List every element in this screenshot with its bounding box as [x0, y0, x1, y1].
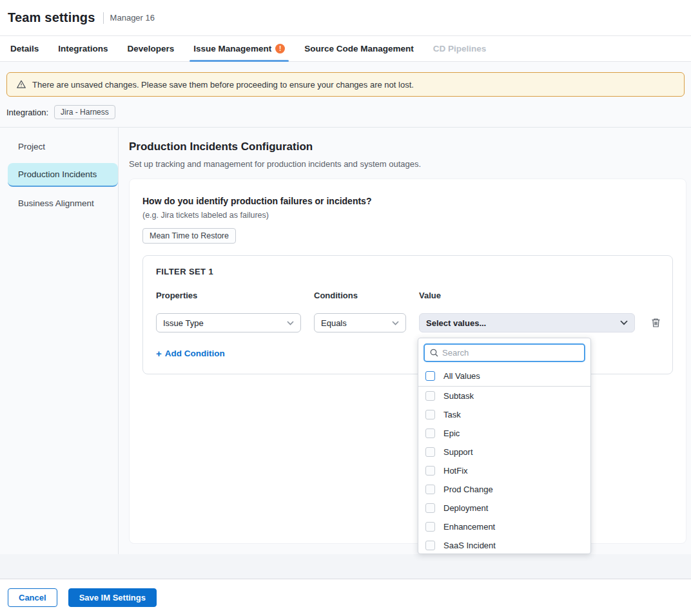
value-select[interactable]: Select values... — [419, 313, 635, 332]
content-panel: Production Incidents Configuration Set u… — [119, 128, 691, 554]
cancel-button[interactable]: Cancel — [8, 588, 57, 607]
integration-chip[interactable]: Jira - Harness — [54, 105, 115, 119]
checkbox-icon[interactable] — [425, 447, 435, 457]
content-title: Production Incidents Configuration — [129, 140, 686, 153]
add-condition-button[interactable]: + Add Condition — [156, 348, 225, 359]
column-label-conditions: Conditions — [314, 291, 406, 300]
identify-question: How do you identify production failures … — [142, 196, 673, 206]
integration-label: Integration: — [6, 108, 48, 117]
metric-chip[interactable]: Mean Time to Restore — [142, 228, 236, 244]
tab-integrations[interactable]: Integrations — [58, 36, 108, 61]
identify-hint: (e.g. Jira tickets labeled as failures) — [142, 211, 673, 220]
option-subtask[interactable]: Subtask — [418, 387, 590, 405]
page-subtitle: Manager 16 — [110, 13, 155, 23]
option-enhancement[interactable]: Enhancement — [418, 517, 590, 536]
checkbox-icon[interactable] — [425, 410, 435, 419]
checkbox-icon[interactable] — [425, 428, 435, 438]
option-epic[interactable]: Epic — [418, 424, 590, 443]
condition-select[interactable]: Equals — [314, 313, 406, 332]
banner-text: There are unsaved changes. Please save t… — [32, 80, 414, 90]
option-all-values[interactable]: All Values — [418, 367, 590, 387]
dropdown-search — [423, 343, 585, 362]
trash-icon — [651, 318, 661, 328]
tab-details[interactable]: Details — [10, 36, 39, 61]
value-dropdown-popup: All Values Subtask Task — [418, 338, 591, 554]
checkbox-icon[interactable] — [425, 466, 435, 476]
option-task[interactable]: Task — [418, 405, 590, 424]
content-description: Set up tracking and management for produ… — [129, 159, 686, 169]
filter-grid: Properties Conditions Value Issue Type E… — [156, 291, 659, 332]
chevron-down-icon — [620, 320, 628, 325]
option-prod-change[interactable]: Prod Change — [418, 480, 590, 499]
bottom-spacer — [0, 554, 691, 579]
column-label-value: Value — [419, 291, 635, 300]
tab-developers[interactable]: Developers — [128, 36, 175, 61]
checkbox-icon[interactable] — [425, 371, 435, 381]
tab-cd-pipelines: CD Pipelines — [433, 36, 487, 61]
filter-set-title: FILTER SET 1 — [156, 267, 659, 276]
delete-filter-button[interactable] — [648, 318, 663, 328]
tab-bar: Details Integrations Developers Issue Ma… — [0, 36, 691, 62]
title-divider — [103, 12, 104, 24]
sidebar-item-production-incidents[interactable]: Production Incidents — [8, 163, 118, 187]
checkbox-icon[interactable] — [425, 522, 435, 532]
checkbox-icon[interactable] — [425, 391, 435, 401]
checkbox-icon[interactable] — [425, 485, 435, 494]
integration-row: Integration: Jira - Harness — [6, 105, 685, 119]
search-input[interactable] — [442, 348, 579, 358]
sidebar-item-project[interactable]: Project — [8, 135, 118, 158]
checkbox-icon[interactable] — [425, 503, 435, 513]
option-saas-incident[interactable]: SaaS Incident — [418, 536, 590, 554]
alert-badge-icon: ! — [275, 44, 285, 53]
search-icon — [430, 349, 438, 357]
unsaved-changes-banner: There are unsaved changes. Please save t… — [6, 72, 685, 97]
settings-sidebar: Project Production Incidents Business Al… — [0, 128, 119, 554]
chevron-down-icon — [392, 321, 399, 325]
page-title: Team settings — [8, 10, 95, 25]
option-deployment[interactable]: Deployment — [418, 499, 590, 517]
warning-icon — [16, 79, 26, 90]
save-im-settings-button[interactable]: Save IM Settings — [68, 588, 157, 607]
property-select[interactable]: Issue Type — [156, 313, 301, 332]
main-region: There are unsaved changes. Please save t… — [0, 62, 691, 554]
column-label-properties: Properties — [156, 291, 301, 300]
incidents-config-card: How do you identify production failures … — [129, 178, 686, 544]
tab-source-code-management[interactable]: Source Code Management — [304, 36, 414, 61]
footer-actions: Cancel Save IM Settings — [0, 579, 691, 616]
option-support[interactable]: Support — [418, 443, 590, 461]
filter-set-card: FILTER SET 1 Properties Conditions Value… — [142, 255, 673, 374]
plus-icon: + — [156, 348, 162, 359]
sidebar-item-business-alignment[interactable]: Business Alignment — [8, 192, 118, 215]
option-hotfix[interactable]: HotFix — [418, 461, 590, 480]
page-header: Team settings Manager 16 — [0, 0, 691, 36]
chevron-down-icon — [287, 321, 294, 325]
checkbox-icon[interactable] — [425, 541, 435, 550]
tab-issue-management[interactable]: Issue Management ! — [193, 36, 285, 61]
